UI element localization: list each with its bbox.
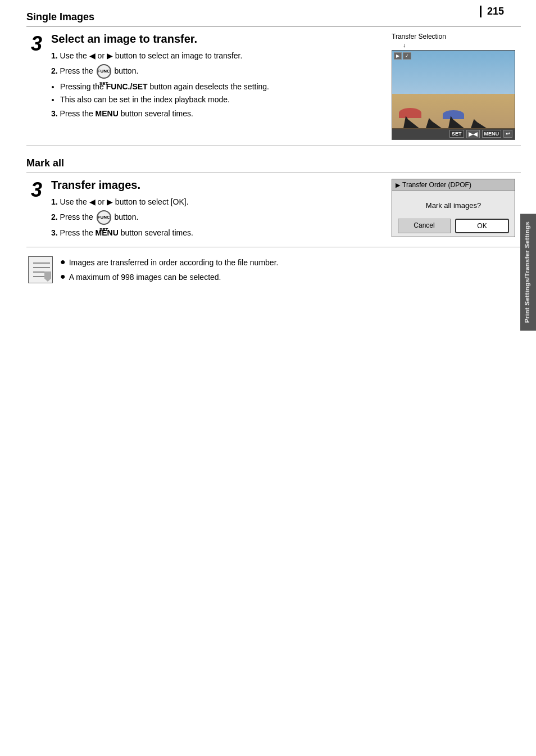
screen-bottom-bar: SET ▶◀ MENU ↩	[392, 128, 515, 139]
screen-menu-label: MENU	[482, 130, 502, 138]
notes-box: ● Images are transferred in order accord…	[26, 256, 521, 286]
instr2-tail: button.	[115, 66, 139, 75]
screen-icon-check: ✓	[403, 52, 411, 60]
vertical-tab: Print Settings/Transfer Settings	[520, 214, 536, 331]
arrow-right-icon-1: ▶	[107, 51, 113, 60]
menu-bold-1: MENU	[96, 109, 119, 118]
mark-all-heading: Mark all	[26, 157, 521, 169]
instr1-or: or	[98, 51, 107, 60]
umbrella-1	[399, 108, 421, 118]
func-set-button-icon-1: FUNCSET	[97, 64, 111, 79]
single-images-step-row: 3 Select an image to transfer. 1. Use th…	[26, 33, 521, 140]
note-icon	[28, 256, 53, 283]
bullet-dot-2: ●	[60, 271, 66, 283]
mark-all-step-content: Transfer images. 1. Use the ◀ or ▶ butto…	[47, 179, 386, 241]
single-images-step-body: 1. Use the ◀ or ▶ button to select an im…	[51, 50, 386, 120]
mark-all-step-number: 3	[31, 180, 42, 200]
ma-instr3-tail: button several times.	[121, 228, 193, 237]
dialog-cancel-button[interactable]: Cancel	[398, 219, 451, 233]
ma-instr1-num: 1. Use the	[51, 197, 89, 206]
transfer-selection-arrow: ↓	[403, 42, 406, 48]
mark-all-step-number-col: 3	[26, 179, 47, 241]
umbrella-2	[443, 110, 464, 119]
arrow-left-icon-2: ◀	[89, 197, 96, 206]
screen-arrows-label: ▶◀	[466, 130, 480, 138]
single-images-panel: Transfer Selection ↓ ▶ ✓	[392, 33, 521, 140]
instr1-tail: button to select an image to transfer.	[115, 51, 242, 60]
arrow-left-icon-1: ◀	[89, 51, 96, 60]
dialog-title-bar: ▶ Transfer Order (DPOF)	[392, 179, 515, 191]
dialog-body-text: Mark all images?	[426, 201, 481, 210]
dialog-title-icon: ▶	[396, 182, 400, 189]
ma-instr2-tail: button.	[115, 212, 139, 221]
screen-top-icons: ▶ ✓	[394, 52, 411, 60]
page-number: 215	[480, 6, 504, 17]
screen-set-label: SET	[449, 130, 464, 138]
screen-icon-transfer: ▶	[394, 52, 402, 60]
bullet-2: This also can be set in the index playba…	[60, 94, 386, 106]
ma-instr3-num: 3. Press the	[51, 228, 96, 237]
mark-all-instruction-1: 1. Use the ◀ or ▶ button to select [OK].	[51, 196, 386, 208]
dialog-ok-button[interactable]: OK	[455, 219, 509, 233]
single-images-heading: Single Images	[26, 11, 521, 23]
note-pencil-icon	[44, 271, 51, 282]
single-images-step-title: Select an image to transfer.	[51, 33, 386, 46]
dialog-body: Mark all images?	[392, 191, 515, 215]
instr3-tail: button several times.	[121, 109, 193, 118]
mark-all-instruction-2: 2. Press the FUNCSET button.	[51, 210, 386, 225]
page-container: 215 Single Images 3 Select an image to t…	[15, 0, 521, 297]
single-images-bullet-list: Pressing the FUNC./SET button again dese…	[60, 81, 386, 106]
instr2-num: 2. Press the	[51, 66, 96, 75]
instr1-num: 1. Use the	[51, 51, 89, 60]
single-images-step-number: 3	[31, 34, 42, 54]
bullet-1: Pressing the FUNC./SET button again dese…	[60, 81, 386, 93]
transfer-order-dialog: ▶ Transfer Order (DPOF) Mark all images?…	[392, 179, 515, 237]
single-images-instruction-3: 3. Press the MENU button several times.	[51, 108, 386, 120]
screen-return-label: ↩	[503, 130, 512, 138]
dialog-title-text: Transfer Order (DPOF)	[402, 181, 471, 189]
mark-all-step-body: 1. Use the ◀ or ▶ button to select [OK].…	[51, 196, 386, 239]
note-text-2: A maximum of 998 images can be selected.	[69, 271, 221, 283]
section-gap-1	[26, 146, 521, 157]
mark-all-dialog-panel: ▶ Transfer Order (DPOF) Mark all images?…	[392, 179, 521, 241]
note-icon-col	[26, 256, 54, 283]
transfer-selection-label: Transfer Selection	[392, 33, 446, 40]
instr3-num: 3. Press the	[51, 109, 96, 118]
note-line-1	[33, 262, 50, 264]
note-line-2	[33, 267, 50, 268]
note-2: ● A maximum of 998 images can be selecte…	[60, 271, 521, 283]
ma-instr1-or: or	[98, 197, 107, 206]
bullet-dot-1: ●	[60, 256, 66, 268]
mark-all-step-title: Transfer images.	[51, 179, 386, 192]
func-set-button-icon-2: FUNCSET	[97, 210, 111, 225]
ma-instr1-tail: button to select [OK].	[115, 197, 189, 206]
note-text-1: Images are transferred in order accordin…	[69, 256, 279, 269]
arrow-right-icon-2: ▶	[107, 197, 113, 206]
single-images-step-number-col: 3	[26, 33, 47, 140]
single-images-instruction-2: 2. Press the FUNCSET button.	[51, 64, 386, 79]
note-1: ● Images are transferred in order accord…	[60, 256, 521, 269]
single-images-instruction-1: 1. Use the ◀ or ▶ button to select an im…	[51, 50, 386, 62]
ma-instr2-num: 2. Press the	[51, 212, 96, 221]
single-images-step-block: 3 Select an image to transfer. 1. Use th…	[26, 26, 521, 146]
dialog-footer: Cancel OK	[392, 215, 515, 237]
camera-screen: ▶ ✓ SET ▶◀ MENU ↩	[392, 50, 515, 140]
mark-all-instruction-3: 3. Press the MENU button several times.	[51, 227, 386, 239]
menu-bold-2: MENU	[96, 228, 119, 237]
notes-content: ● Images are transferred in order accord…	[54, 256, 521, 286]
single-images-step-content: Select an image to transfer. 1. Use the …	[47, 33, 386, 140]
mark-all-step-block: 3 Transfer images. 1. Use the ◀ or ▶ but…	[26, 173, 521, 247]
mark-all-step-row: 3 Transfer images. 1. Use the ◀ or ▶ but…	[26, 179, 521, 241]
